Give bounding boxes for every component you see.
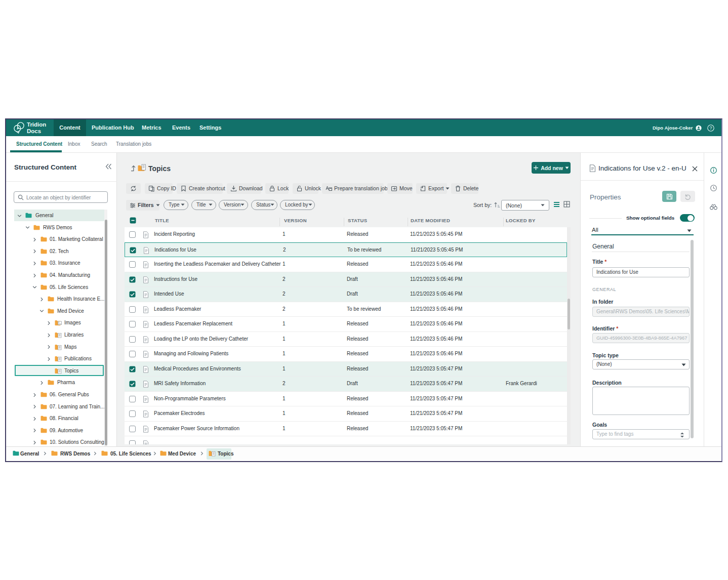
svg-text:?: ? [709, 126, 712, 131]
